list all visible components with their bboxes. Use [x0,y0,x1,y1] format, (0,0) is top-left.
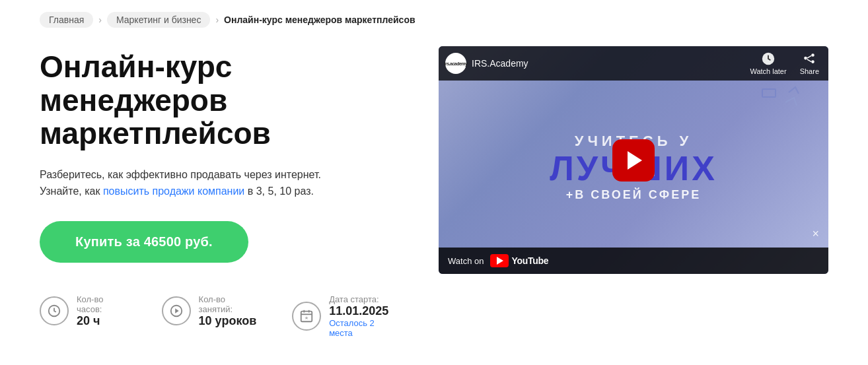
video-bottombar: Watch on YouTube [439,248,828,274]
watch-later-label: Watch later [750,67,786,75]
start-value: 11.01.2025 [329,304,399,318]
watch-later-button[interactable]: Watch later [750,51,786,75]
youtube-icon [490,254,509,267]
breadcrumb: Главная › Маркетинг и бизнес › Онлайн-ку… [0,0,868,37]
play-icon [162,296,191,325]
svg-rect-8 [762,89,776,97]
calendar-icon [292,302,321,331]
course-description: Разберитесь, как эффективно продавать че… [40,166,399,200]
breadcrumb-sep-1: › [98,15,102,25]
lessons-text: Кол-во занятий: 10 уроков [199,294,261,328]
breadcrumb-current: Онлайн-курс менеджеров маркетплейсов [224,15,415,25]
main-content: Онлайн-курс менеджеров маркетплейсов Раз… [0,37,868,358]
channel-avatar: irs.academy [445,53,466,74]
breadcrumb-home[interactable]: Главная [40,12,93,28]
desc-link[interactable]: повысить продажи компании [103,185,244,197]
course-title: Онлайн-курс менеджеров маркетплейсов [40,50,399,150]
close-button[interactable]: × [812,227,819,241]
breadcrumb-marketing[interactable]: Маркетинг и бизнес [107,12,210,28]
desc-line1: Разберитесь, как эффективно продавать че… [40,169,321,180]
video-actions: Watch later Share [750,51,819,75]
video-topbar: irs.academy IRS.Academy Watch later [439,46,828,81]
play-circle [612,139,655,182]
video-line3: +В СВОЕЙ СФЕРЕ [452,187,815,201]
buy-button[interactable]: Купить за 46500 руб. [40,221,248,263]
channel-info: irs.academy IRS.Academy [445,53,528,74]
svg-line-11 [807,55,811,58]
share-label: Share [800,67,819,75]
start-label: Дата старта: [329,294,399,304]
meta-lessons: Кол-во занятий: 10 уроков [162,294,261,328]
share-button[interactable]: Share [800,51,819,75]
watch-on-text: Watch on [448,256,484,266]
hours-label: Кол-во часов: [77,294,130,314]
share-icon [802,51,816,66]
desc-line2-prefix: Узнайте, как [40,185,103,197]
watch-later-icon [761,51,776,66]
breadcrumb-sep-2: › [215,15,219,25]
lessons-label: Кол-во занятий: [199,294,261,314]
youtube-logo[interactable]: YouTube [490,254,548,267]
youtube-text: YouTube [511,255,548,266]
svg-marker-2 [175,309,179,314]
meta-hours: Кол-во часов: 20 ч [40,294,130,328]
video-shapes [756,86,809,128]
lessons-value: 10 уроков [199,314,261,328]
right-column: УЧИТЕСЬ У ЛУЧШИХ +В СВОЕЙ СФЕРЕ irs.acad… [439,46,828,274]
meta-start: Дата старта: 11.01.2025 Осталось 2 места [292,294,399,338]
clock-icon [40,296,69,325]
video-player[interactable]: УЧИТЕСЬ У ЛУЧШИХ +В СВОЕЙ СФЕРЕ irs.acad… [439,46,828,274]
svg-line-12 [807,59,811,62]
course-meta: Кол-во часов: 20 ч Кол-во занятий: 10 ур… [40,294,399,338]
start-text: Дата старта: 11.01.2025 Осталось 2 места [329,294,399,338]
left-column: Онлайн-курс менеджеров маркетплейсов Раз… [40,44,399,338]
play-button[interactable] [612,139,655,182]
hours-value: 20 ч [77,314,130,328]
desc-line2-suffix: в 3, 5, 10 раз. [244,185,314,197]
spots-label: Осталось 2 места [329,318,399,338]
hours-text: Кол-во часов: 20 ч [77,294,130,328]
channel-name: IRS.Academy [472,58,528,69]
